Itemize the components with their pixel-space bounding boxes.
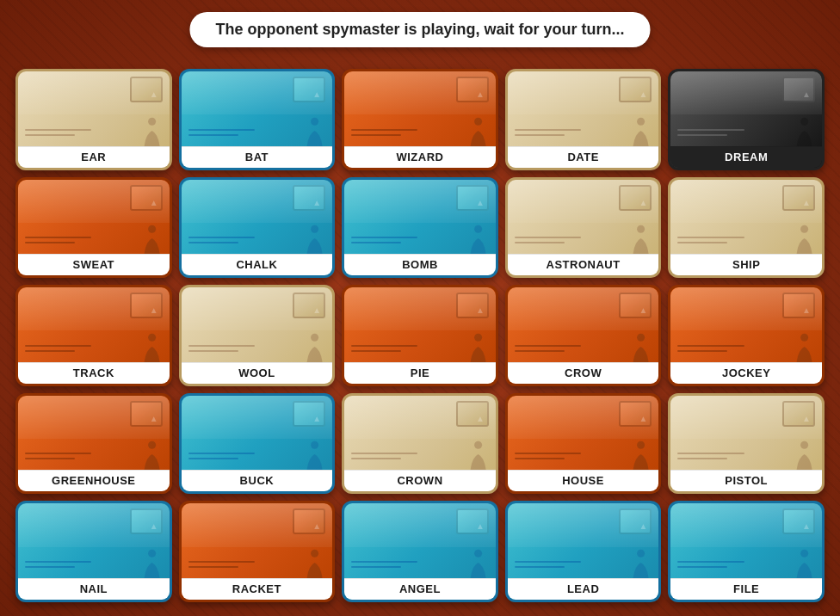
card-lines: [25, 345, 108, 355]
svg-point-21: [311, 550, 318, 557]
card-lines: [515, 345, 598, 355]
card-lines: [677, 237, 761, 247]
card-item[interactable]: CROWN: [342, 393, 498, 495]
card-image-area: [508, 287, 659, 362]
card-image-area: [18, 180, 170, 255]
card-figure: [626, 439, 650, 470]
card-icon: [293, 401, 325, 427]
card-lines: [515, 453, 598, 463]
card-item[interactable]: TRACK: [15, 285, 172, 386]
card-label: WIZARD: [344, 146, 496, 168]
card-item[interactable]: DREAM: [668, 69, 825, 170]
card-item[interactable]: EAR: [15, 69, 172, 170]
card-lines: [351, 237, 435, 247]
card-item[interactable]: JOCKEY: [668, 285, 825, 386]
card-lines: [188, 237, 272, 247]
card-lines: [188, 453, 272, 463]
card-label: NAIL: [18, 578, 170, 600]
card-image-area: [182, 503, 333, 578]
card-label: BAT: [182, 146, 333, 168]
card-label: CROWN: [344, 470, 496, 491]
card-icon: [619, 508, 652, 534]
card-lines: [515, 129, 598, 139]
card-figure: [300, 115, 324, 146]
card-label: PIE: [344, 362, 496, 384]
card-lines: [515, 561, 598, 571]
svg-point-8: [637, 225, 645, 233]
svg-point-14: [800, 333, 808, 341]
card-image-area: [508, 71, 659, 146]
card-item[interactable]: DATE: [505, 69, 662, 170]
card-lines: [188, 129, 272, 139]
card-lines: [188, 561, 272, 571]
card-label: SHIP: [670, 254, 822, 275]
svg-point-18: [637, 441, 645, 449]
card-grid: EAR BAT WIZARD: [9, 62, 831, 609]
card-item[interactable]: BUCK: [179, 393, 336, 495]
card-item[interactable]: BAT: [179, 69, 336, 170]
card-figure: [300, 223, 324, 254]
card-item[interactable]: CROW: [505, 285, 662, 386]
card-label: PISTOL: [670, 470, 822, 491]
card-image-area: [670, 71, 822, 146]
status-banner: The opponent spymaster is playing, wait …: [189, 12, 650, 47]
card-item[interactable]: WOOL: [179, 285, 336, 386]
card-icon: [130, 77, 163, 102]
card-figure: [789, 115, 813, 146]
card-figure: [626, 115, 650, 146]
card-figure: [300, 331, 324, 362]
card-icon: [456, 185, 489, 211]
card-lines: [25, 129, 108, 139]
card-label: DATE: [508, 146, 659, 168]
card-image-area: [344, 503, 496, 578]
card-icon: [293, 77, 325, 102]
card-item[interactable]: SHIP: [668, 177, 825, 279]
card-item[interactable]: ANGEL: [342, 501, 498, 602]
card-item[interactable]: GREENHOUSE: [15, 393, 172, 495]
card-item[interactable]: PIE: [342, 285, 498, 386]
card-item[interactable]: ASTRONAUT: [505, 177, 662, 279]
card-image-area: [18, 503, 170, 578]
svg-point-5: [148, 225, 156, 233]
card-figure: [789, 547, 813, 578]
card-label: FILE: [670, 578, 822, 600]
card-item[interactable]: HOUSE: [505, 393, 662, 495]
svg-point-1: [311, 117, 318, 125]
card-icon: [456, 77, 489, 102]
card-image-area: [182, 287, 333, 362]
card-item[interactable]: WIZARD: [342, 69, 498, 170]
svg-point-23: [637, 550, 645, 557]
card-figure: [137, 223, 161, 254]
card-icon: [456, 508, 489, 534]
card-figure: [626, 331, 650, 362]
card-image-area: [670, 287, 822, 362]
card-item[interactable]: CHALK: [179, 177, 336, 279]
card-icon: [293, 508, 325, 534]
card-label: CROW: [508, 362, 659, 384]
svg-point-16: [311, 441, 318, 449]
card-icon: [619, 293, 652, 318]
card-figure: [789, 439, 813, 470]
card-label: TRACK: [18, 362, 170, 384]
svg-point-3: [637, 117, 645, 125]
card-item[interactable]: SWEAT: [15, 177, 172, 279]
card-image-area: [670, 180, 822, 255]
svg-point-9: [800, 225, 808, 233]
card-lines: [351, 129, 435, 139]
card-icon: [782, 401, 815, 427]
card-icon: [130, 401, 163, 427]
card-image-area: [182, 71, 333, 146]
card-item[interactable]: FILE: [668, 501, 825, 602]
svg-point-10: [148, 333, 156, 341]
card-item[interactable]: PISTOL: [668, 393, 825, 495]
card-icon: [130, 185, 163, 211]
card-item[interactable]: BOMB: [342, 177, 498, 279]
card-icon: [619, 401, 652, 427]
card-icon: [782, 508, 815, 534]
card-item[interactable]: LEAD: [505, 501, 662, 602]
card-figure: [300, 547, 324, 578]
card-item[interactable]: RACKET: [179, 501, 336, 602]
card-item[interactable]: NAIL: [15, 501, 172, 602]
card-label: ASTRONAUT: [508, 254, 659, 275]
svg-point-2: [474, 117, 482, 125]
